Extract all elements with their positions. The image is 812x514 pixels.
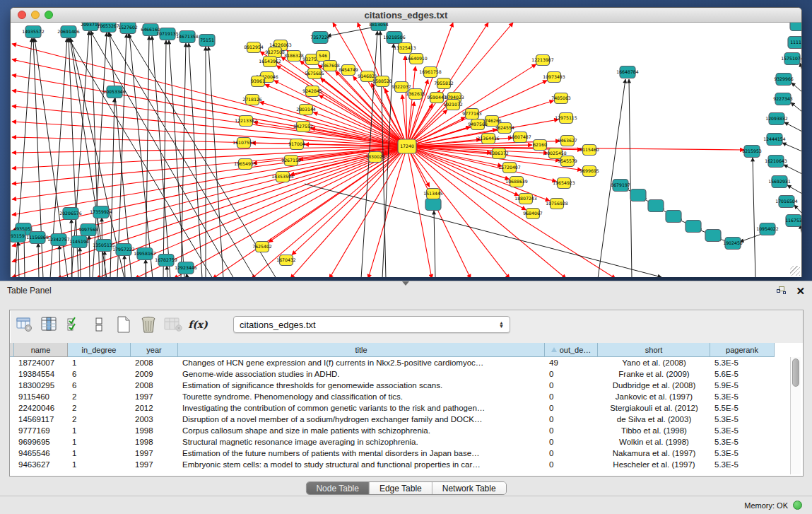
cell-title[interactable]: Investigating the contribution of common… bbox=[178, 404, 545, 412]
delete-table-icon[interactable] bbox=[139, 315, 158, 334]
cell-out_de[interactable]: 0 bbox=[545, 449, 598, 457]
table-row[interactable]: 1938455462009Genome-wide association stu… bbox=[10, 368, 803, 380]
cell-out_de[interactable]: 0 bbox=[545, 381, 598, 390]
table-row[interactable]: 1830029562008Estimation of significance … bbox=[10, 380, 803, 391]
cell-short[interactable]: Tibbo et al. (1998) bbox=[598, 426, 710, 435]
table-row[interactable]: 946362711997Embryonic stem cells: a mode… bbox=[10, 459, 803, 470]
tab-edge-table[interactable]: Edge Table bbox=[370, 482, 433, 494]
cell-in_degree[interactable]: 1 bbox=[68, 438, 131, 446]
cell-name[interactable]: 18724007 bbox=[14, 358, 68, 367]
cell-name[interactable]: 19384554 bbox=[14, 370, 68, 378]
table-row[interactable]: 911546021997Tourette syndrome. Phenomeno… bbox=[10, 391, 803, 402]
table-row[interactable]: 969969511998Structural magnetic resonanc… bbox=[10, 436, 803, 448]
cell-name[interactable]: 18300295 bbox=[14, 381, 68, 390]
cell-year[interactable]: 2003 bbox=[131, 415, 178, 424]
cell-in_degree[interactable]: 6 bbox=[68, 381, 131, 390]
cell-title[interactable]: Changes of HCN gene expression and I(f) … bbox=[178, 358, 545, 367]
column-header-in_degree[interactable]: in_degree bbox=[68, 343, 131, 357]
memory-status-icon[interactable] bbox=[793, 501, 802, 510]
panel-splitter-handle[interactable] bbox=[402, 281, 409, 286]
column-header-title[interactable]: title bbox=[178, 343, 545, 357]
cell-pagerank[interactable]: 5.3E-5 bbox=[710, 358, 775, 367]
minimize-window-icon[interactable] bbox=[31, 11, 40, 19]
table-settings-icon[interactable] bbox=[16, 315, 34, 334]
cell-short[interactable]: Stergiakouli et al. (2012) bbox=[598, 404, 710, 412]
cell-year[interactable]: 2012 bbox=[131, 404, 178, 412]
table-row[interactable]: 946554611997Estimation of the future num… bbox=[10, 448, 803, 459]
table-row[interactable]: 2242004622012Investigating the contribut… bbox=[10, 402, 803, 414]
column-header-pagerank[interactable]: pagerank bbox=[710, 343, 775, 357]
table-header-row[interactable]: namein_degreeyeartitleout_de…shortpagera… bbox=[10, 343, 803, 357]
cell-name[interactable]: 14569117 bbox=[14, 415, 68, 424]
cell-pagerank[interactable]: 5.3E-5 bbox=[710, 460, 775, 469]
row-height-icon[interactable] bbox=[90, 315, 108, 334]
cell-in_degree[interactable]: 1 bbox=[68, 449, 131, 457]
cell-pagerank[interactable]: 5.3E-5 bbox=[710, 438, 775, 446]
cell-pagerank[interactable]: 5.3E-5 bbox=[710, 426, 775, 435]
cell-out_de[interactable]: 0 bbox=[545, 426, 598, 435]
cell-year[interactable]: 1998 bbox=[131, 438, 178, 446]
citation-network-graph[interactable]: 1493557220691406209371910653267152760264… bbox=[11, 23, 801, 277]
cell-pagerank[interactable]: 5.3E-5 bbox=[710, 415, 775, 424]
close-window-icon[interactable] bbox=[18, 11, 26, 19]
cell-name[interactable]: 9465546 bbox=[14, 449, 68, 457]
close-panel-icon[interactable]: ✕ bbox=[796, 286, 805, 296]
cell-in_degree[interactable]: 2 bbox=[68, 404, 131, 412]
cell-in_degree[interactable]: 2 bbox=[68, 392, 131, 401]
column-header-name[interactable]: name bbox=[14, 343, 68, 357]
table-row[interactable]: 1872400712008Changes of HCN gene express… bbox=[10, 357, 803, 368]
cell-in_degree[interactable]: 1 bbox=[68, 426, 131, 435]
window-resize-grip[interactable] bbox=[790, 266, 800, 276]
cell-year[interactable]: 2008 bbox=[131, 358, 178, 367]
column-header-year[interactable]: year bbox=[131, 343, 178, 357]
cell-short[interactable]: de Silva et al. (2003) bbox=[598, 415, 710, 424]
cell-out_de[interactable]: 0 bbox=[545, 392, 598, 401]
table-row[interactable]: 977716911998Corpus callosum shape and si… bbox=[10, 425, 803, 436]
create-table-icon[interactable] bbox=[114, 315, 133, 334]
cell-year[interactable]: 1997 bbox=[131, 460, 178, 469]
cell-title[interactable]: Disruption of a novel member of a sodium… bbox=[178, 415, 545, 424]
cell-short[interactable]: Hescheler et al. (1997) bbox=[598, 460, 710, 469]
cell-pagerank[interactable]: 5.6E-5 bbox=[710, 370, 775, 378]
cell-short[interactable]: Franke et al. (2009) bbox=[598, 370, 710, 378]
table-row[interactable]: 1456911722003Disruption of a novel membe… bbox=[10, 414, 803, 425]
show-columns-icon[interactable] bbox=[40, 315, 59, 334]
cell-title[interactable]: Structural magnetic resonance image aver… bbox=[178, 438, 545, 446]
cell-name[interactable]: 9115460 bbox=[14, 392, 68, 401]
cell-short[interactable]: Yano et al. (2008) bbox=[598, 358, 710, 367]
table-select-dropdown[interactable]: citations_edges.txt ▲▼ bbox=[233, 316, 510, 333]
cell-in_degree[interactable]: 2 bbox=[68, 415, 131, 424]
cell-name[interactable]: 22420046 bbox=[14, 404, 68, 412]
cell-name[interactable]: 9463627 bbox=[14, 460, 68, 469]
cell-year[interactable]: 1998 bbox=[131, 426, 178, 435]
table-body[interactable]: 1872400712008Changes of HCN gene express… bbox=[10, 357, 803, 470]
cell-title[interactable]: Genome-wide association studies in ADHD. bbox=[178, 370, 545, 378]
tab-node-table[interactable]: Node Table bbox=[306, 482, 370, 494]
window-titlebar[interactable]: citations_edges.txt bbox=[11, 8, 801, 23]
cell-title[interactable]: Corpus callosum shape and size in male p… bbox=[178, 426, 545, 435]
cell-short[interactable]: Wolkin et al. (1998) bbox=[598, 438, 710, 446]
cell-in_degree[interactable]: 6 bbox=[68, 370, 131, 378]
cell-out_de[interactable]: 0 bbox=[545, 404, 598, 412]
cell-out_de[interactable]: 0 bbox=[545, 370, 598, 378]
cell-title[interactable]: Estimation of significance thresholds fo… bbox=[178, 381, 545, 390]
cell-year[interactable]: 2009 bbox=[131, 370, 178, 378]
cell-in_degree[interactable]: 1 bbox=[68, 460, 131, 469]
cell-name[interactable]: 9777169 bbox=[14, 426, 68, 435]
cell-out_de[interactable]: 0 bbox=[545, 438, 598, 446]
tab-network-table[interactable]: Network Table bbox=[433, 482, 506, 494]
cell-in_degree[interactable]: 1 bbox=[68, 358, 131, 367]
cell-name[interactable]: 9699695 bbox=[14, 438, 68, 446]
select-attributes-icon[interactable] bbox=[65, 315, 83, 334]
zoom-window-icon[interactable] bbox=[45, 11, 53, 19]
cell-out_de[interactable]: 0 bbox=[545, 460, 598, 469]
cell-short[interactable]: Dudbridge et al. (2008) bbox=[598, 381, 710, 390]
cell-short[interactable]: Nakamura et al. (1997) bbox=[598, 449, 710, 457]
cell-pagerank[interactable]: 5.9E-5 bbox=[710, 381, 775, 390]
scrollbar-thumb[interactable] bbox=[792, 358, 799, 387]
float-panel-icon[interactable] bbox=[777, 286, 786, 295]
cell-title[interactable]: Estimation of the future numbers of pati… bbox=[178, 449, 545, 457]
cell-title[interactable]: Embryonic stem cells: a model to study s… bbox=[178, 460, 545, 469]
function-builder-icon[interactable]: f(x) bbox=[189, 315, 207, 334]
column-header-short[interactable]: short bbox=[598, 343, 710, 357]
